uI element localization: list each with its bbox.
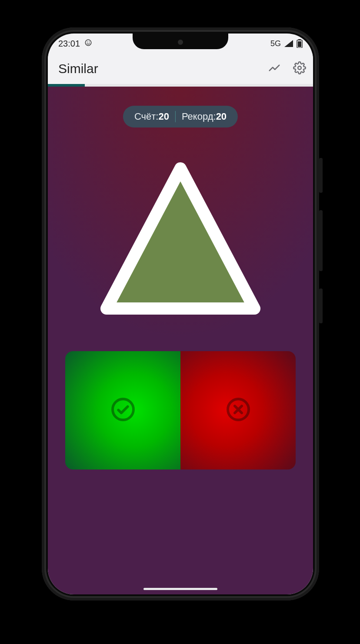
yes-button[interactable]	[65, 351, 180, 470]
screen: 23:01 5G Similar	[48, 34, 313, 594]
phone-frame: 23:01 5G Similar	[42, 27, 319, 600]
score-separator	[175, 111, 176, 122]
answer-buttons	[65, 351, 296, 470]
svg-rect-5	[298, 41, 301, 47]
signal-icon	[284, 40, 293, 47]
score-label: Счёт:	[134, 111, 159, 122]
notch	[133, 34, 228, 49]
game-shape	[98, 161, 263, 317]
score-pill: Счёт: 20 Рекорд: 20	[123, 106, 238, 127]
svg-point-2	[89, 41, 90, 42]
status-right: 5G	[270, 39, 303, 48]
svg-point-0	[85, 40, 91, 46]
app-badge-icon	[84, 39, 92, 49]
play-area: Счёт: 20 Рекорд: 20	[48, 87, 313, 594]
score-value: 20	[158, 111, 169, 122]
triangle-icon	[107, 168, 254, 309]
close-icon	[224, 396, 252, 425]
home-indicator[interactable]	[143, 588, 217, 590]
status-left: 23:01	[58, 39, 92, 49]
svg-point-1	[87, 41, 88, 42]
svg-point-6	[298, 66, 301, 70]
record-value: 20	[216, 111, 227, 122]
side-button	[319, 210, 323, 271]
battery-icon	[297, 39, 303, 48]
stats-icon[interactable]	[268, 61, 281, 76]
app-title: Similar	[58, 61, 98, 76]
check-icon	[109, 396, 137, 425]
side-button	[319, 158, 323, 193]
gear-icon[interactable]	[293, 61, 306, 76]
record-label: Рекорд:	[182, 111, 216, 122]
app-bar: Similar	[48, 54, 313, 84]
network-label: 5G	[270, 39, 281, 48]
app-bar-actions	[268, 61, 306, 76]
no-button[interactable]	[180, 351, 296, 470]
clock-text: 23:01	[58, 39, 80, 49]
side-button	[319, 288, 323, 323]
